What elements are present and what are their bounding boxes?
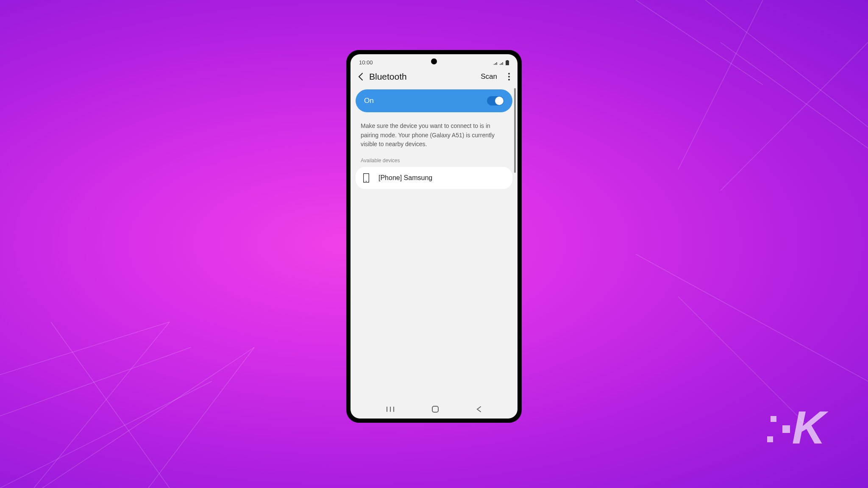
svg-point-17 — [508, 76, 510, 78]
svg-line-12 — [636, 254, 868, 381]
device-item-samsung[interactable]: [Phone] Samsung — [356, 167, 512, 189]
svg-line-13 — [678, 297, 805, 424]
svg-line-4 — [148, 347, 254, 488]
signal-icon — [494, 61, 498, 65]
toggle-knob — [495, 97, 504, 105]
back-nav-icon — [476, 406, 481, 413]
svg-line-10 — [678, 0, 763, 169]
svg-line-0 — [0, 322, 170, 381]
status-icons — [494, 60, 509, 65]
phone-frame: 10:00 Bluetooth Scan On Make sure the de — [346, 50, 522, 423]
home-button[interactable] — [432, 406, 439, 413]
home-icon — [432, 406, 439, 413]
phone-icon — [363, 173, 369, 183]
svg-point-16 — [508, 73, 510, 75]
recent-apps-button[interactable] — [387, 406, 394, 412]
svg-rect-14 — [506, 61, 509, 65]
svg-line-7 — [636, 0, 763, 85]
svg-line-8 — [678, 0, 868, 127]
page-title: Bluetooth — [369, 72, 475, 82]
recent-icon — [387, 406, 394, 412]
svg-line-3 — [42, 347, 254, 488]
battery-icon — [506, 60, 509, 65]
toggle-switch[interactable] — [487, 96, 504, 105]
info-text: Make sure the device you want to connect… — [351, 114, 517, 154]
svg-rect-15 — [506, 60, 508, 61]
svg-line-2 — [0, 381, 212, 488]
svg-line-9 — [721, 42, 868, 148]
svg-line-5 — [34, 322, 170, 488]
status-time: 10:00 — [359, 59, 373, 66]
scan-button[interactable]: Scan — [481, 72, 497, 81]
nav-back-button[interactable] — [476, 406, 481, 413]
navigation-bar — [351, 402, 517, 416]
svg-point-18 — [508, 79, 510, 80]
available-devices-label: Available devices — [351, 154, 517, 166]
svg-rect-24 — [432, 406, 438, 412]
back-button[interactable] — [358, 72, 363, 81]
more-icon — [508, 73, 510, 80]
more-button[interactable] — [508, 73, 510, 80]
signal-icon-2 — [500, 61, 504, 65]
bluetooth-toggle-card[interactable]: On — [356, 89, 512, 112]
camera-notch — [431, 58, 437, 64]
logo-k: K — [792, 400, 826, 454]
svg-point-20 — [366, 181, 367, 182]
scrollbar[interactable] — [514, 88, 516, 173]
phone-screen: 10:00 Bluetooth Scan On Make sure the de — [351, 54, 517, 419]
toggle-label: On — [364, 97, 374, 105]
svg-line-11 — [721, 42, 868, 191]
device-name: [Phone] Samsung — [378, 174, 432, 182]
back-icon — [358, 72, 363, 81]
header-row: Bluetooth Scan — [351, 67, 517, 88]
svg-line-1 — [0, 347, 191, 424]
svg-line-6 — [51, 322, 170, 488]
